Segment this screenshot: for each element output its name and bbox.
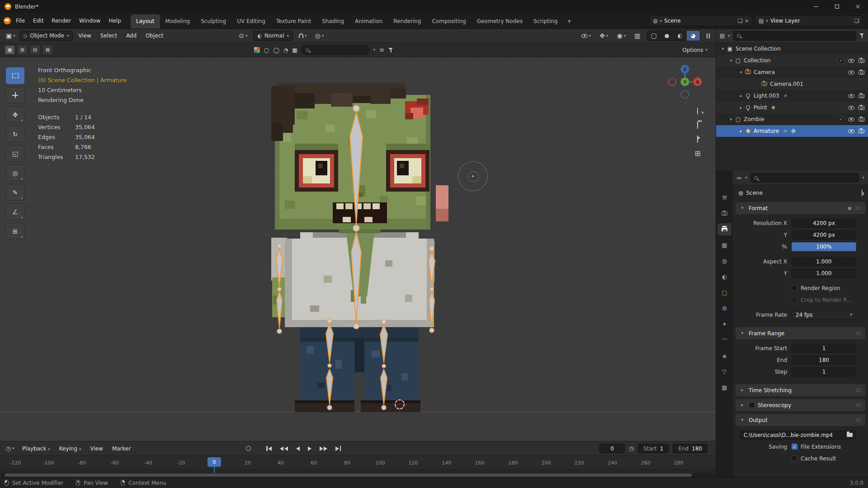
mode-dropdown[interactable]: ◇ Object Mode bbox=[19, 31, 73, 41]
tab-object-data[interactable]: ▽ bbox=[717, 366, 731, 378]
menu-render[interactable]: Render bbox=[47, 16, 75, 26]
menu-view[interactable]: View bbox=[75, 31, 94, 41]
output-path-field[interactable]: C:\Users\cassi\D...bie-zombie.mp4 bbox=[740, 431, 856, 440]
expand-icon[interactable] bbox=[738, 129, 744, 133]
menu-select[interactable]: Select bbox=[97, 31, 121, 41]
zombie-character[interactable] bbox=[271, 83, 448, 412]
collection-checkbox[interactable] bbox=[838, 117, 844, 122]
render-region-checkbox[interactable] bbox=[792, 285, 797, 291]
transform-pivot-button[interactable]: ⊙ bbox=[236, 31, 250, 40]
show-visibility-button[interactable] bbox=[579, 33, 594, 39]
mesh-filter-icon[interactable]: ▢ bbox=[264, 47, 269, 53]
tab-layout[interactable]: Layout bbox=[131, 14, 160, 28]
output-panel-header[interactable]: Output bbox=[736, 414, 865, 426]
panel-grip[interactable] bbox=[855, 403, 862, 408]
hide-eye-icon[interactable] bbox=[848, 70, 854, 75]
select-mode-extend-button[interactable]: ⊞ bbox=[17, 45, 28, 55]
menu-window[interactable]: Window bbox=[75, 16, 104, 26]
timeline-ruler[interactable]: -120 -100 -80 -60 -40 -20 0 20 40 60 80 … bbox=[0, 456, 716, 469]
render-visibility-icon[interactable] bbox=[859, 94, 864, 98]
current-frame-field[interactable]: 0 bbox=[599, 444, 625, 453]
show-gizmos-button[interactable]: ✥ bbox=[597, 31, 610, 40]
viewport-search-input[interactable] bbox=[302, 45, 369, 55]
tab-modifiers[interactable]: ⚙ bbox=[717, 302, 731, 314]
render-visibility-icon[interactable] bbox=[859, 117, 864, 122]
stereoscopy-panel-header[interactable]: Stereoscopy bbox=[736, 399, 865, 411]
navigation-gizmo[interactable]: Z X Y bbox=[666, 63, 704, 101]
shading-filter-icon[interactable]: ◔ bbox=[283, 47, 288, 53]
shading-solid-button[interactable]: ● bbox=[660, 31, 674, 41]
list-icon[interactable]: ≡ bbox=[379, 47, 384, 53]
filter-funnel-icon[interactable] bbox=[388, 48, 393, 52]
outliner-row-camera[interactable]: Camera bbox=[716, 66, 868, 78]
play-button[interactable] bbox=[307, 445, 313, 452]
scrollbar-thumb[interactable] bbox=[5, 474, 692, 477]
snapping-button[interactable] bbox=[297, 32, 309, 39]
point-light-gizmo[interactable] bbox=[458, 161, 488, 191]
menu-edit[interactable]: Edit bbox=[29, 16, 47, 26]
menu-keying[interactable]: Keying bbox=[56, 444, 85, 454]
expand-icon[interactable] bbox=[728, 59, 734, 63]
tab-output[interactable] bbox=[717, 223, 731, 235]
menu-marker[interactable]: Marker bbox=[108, 444, 134, 454]
tab-geometry-nodes[interactable]: Geometry Nodes bbox=[472, 14, 528, 28]
viewport-3d[interactable]: Front Orthographic (0) Scene Collection … bbox=[0, 57, 716, 441]
frame-start-field[interactable]: 1 bbox=[792, 344, 856, 353]
tab-animation[interactable]: Animation bbox=[349, 14, 388, 28]
options-button[interactable]: Options bbox=[679, 46, 711, 55]
previous-keyframe-button[interactable] bbox=[278, 445, 289, 452]
tab-rendering[interactable]: Rendering bbox=[388, 14, 426, 28]
tab-tool[interactable]: ⚒ bbox=[717, 192, 731, 204]
shading-wireframe-button[interactable]: ◯ bbox=[647, 31, 660, 41]
outliner-row-camera-data[interactable]: Camera.001 bbox=[716, 78, 868, 90]
tool-select-box[interactable] bbox=[6, 67, 24, 84]
editor-type-button[interactable]: ▣ bbox=[4, 31, 18, 40]
outliner-search-input[interactable] bbox=[733, 31, 856, 41]
tab-particles[interactable]: ✦ bbox=[717, 318, 731, 330]
zoom-button[interactable] bbox=[697, 108, 698, 114]
playback-sync-icon[interactable] bbox=[629, 446, 634, 451]
tool-add-cube[interactable] bbox=[6, 223, 24, 239]
show-overlays-button[interactable]: ◉ bbox=[615, 31, 628, 40]
expand-icon[interactable] bbox=[728, 117, 734, 122]
jump-to-start-button[interactable] bbox=[265, 445, 273, 452]
new-scene-button[interactable] bbox=[738, 18, 743, 23]
expand-icon[interactable] bbox=[738, 94, 744, 98]
close-button[interactable] bbox=[847, 0, 868, 13]
tab-view-layer[interactable]: ▦ bbox=[717, 239, 731, 251]
filter-funnel-icon[interactable] bbox=[859, 33, 864, 38]
menu-playback[interactable]: Playback bbox=[19, 444, 54, 454]
tool-measure[interactable] bbox=[6, 203, 24, 220]
playhead[interactable]: 0 bbox=[208, 457, 221, 467]
frame-end-field[interactable]: 180 bbox=[792, 356, 856, 365]
color-cube-icon[interactable] bbox=[254, 47, 260, 53]
tool-annotate[interactable] bbox=[6, 184, 24, 201]
crop-checkbox[interactable] bbox=[792, 297, 797, 303]
select-mode-subtract-button[interactable]: ⊟ bbox=[30, 45, 40, 55]
tab-object[interactable]: ▢ bbox=[717, 286, 731, 299]
hide-eye-icon[interactable] bbox=[848, 117, 854, 122]
pause-render-button[interactable] bbox=[704, 32, 712, 40]
stereoscopy-checkbox[interactable] bbox=[749, 402, 755, 408]
hide-eye-icon[interactable] bbox=[848, 106, 854, 110]
hide-eye-icon[interactable] bbox=[848, 129, 854, 133]
timeline-editor-button[interactable] bbox=[4, 444, 17, 453]
cache-result-checkbox[interactable] bbox=[792, 455, 797, 461]
render-visibility-icon[interactable] bbox=[859, 59, 864, 63]
auto-keying-button[interactable] bbox=[245, 445, 252, 452]
hide-eye-icon[interactable] bbox=[848, 59, 854, 63]
axis-negx-ball[interactable] bbox=[669, 78, 676, 86]
expand-icon[interactable] bbox=[720, 47, 726, 51]
grid-filter-icon[interactable]: ▦ bbox=[292, 47, 297, 53]
menu-add[interactable]: Add bbox=[123, 31, 140, 41]
minimize-button[interactable] bbox=[806, 0, 826, 13]
pan-button[interactable] bbox=[697, 122, 698, 128]
panel-grip[interactable] bbox=[855, 388, 862, 393]
select-mode-difference-button[interactable]: ⊠ bbox=[42, 45, 53, 55]
expand-icon[interactable] bbox=[738, 70, 744, 75]
tab-world[interactable]: ◐ bbox=[717, 271, 731, 283]
resolution-percent-slider[interactable]: 100% bbox=[792, 242, 856, 251]
tool-cursor[interactable] bbox=[6, 87, 24, 103]
tab-constraints[interactable]: ◈ bbox=[717, 350, 731, 362]
pin-icon[interactable] bbox=[862, 189, 863, 197]
